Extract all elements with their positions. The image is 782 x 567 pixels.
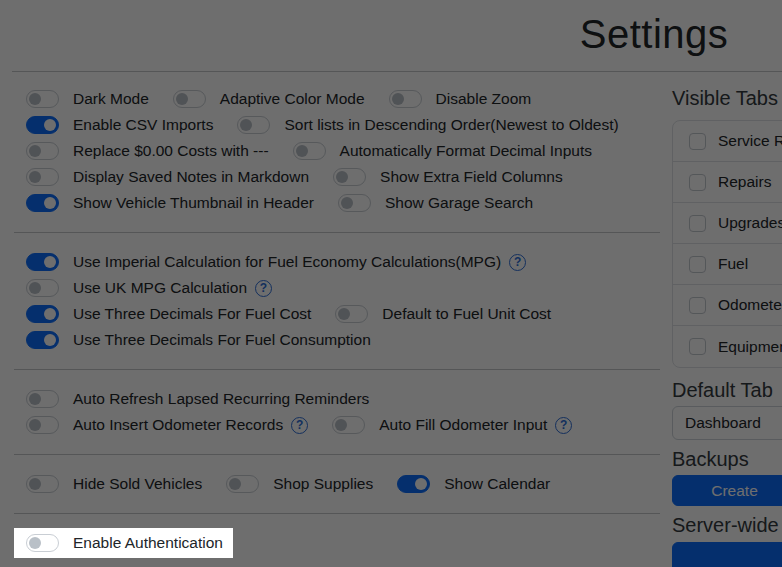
enable-authentication-spotlight: Enable Authentication	[14, 528, 233, 558]
enable-authentication-toggle[interactable]	[26, 534, 59, 552]
toggle-knob-icon	[29, 537, 41, 549]
dim-overlay[interactable]	[0, 0, 782, 567]
toggle-label: Enable Authentication	[73, 534, 223, 552]
